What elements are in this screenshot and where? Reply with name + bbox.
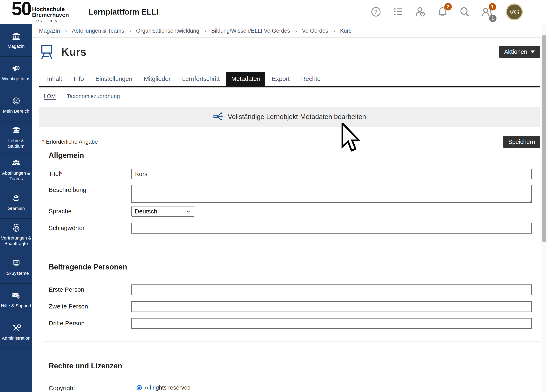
zweite-person-input[interactable] (131, 301, 532, 312)
copyright-label: Copyright (49, 383, 131, 392)
titel-label: Titel* (49, 169, 131, 179)
vertical-scrollbar[interactable] (541, 24, 547, 392)
help-icon: ? (370, 6, 382, 18)
sidebar-label: Magazin (8, 44, 25, 49)
page-title-row: Kurs Aktionen (39, 43, 540, 60)
copyright-radio-option[interactable]: All rights reserved (131, 383, 191, 392)
education-icon (12, 126, 21, 136)
titel-input[interactable] (131, 169, 532, 179)
logo-number: 50 (12, 1, 31, 16)
header-icon-bar: ? (370, 3, 523, 20)
speichern-label: Speichern (508, 139, 535, 145)
globe-people-icon (12, 223, 21, 233)
tab-export[interactable]: Export (267, 72, 295, 86)
erste-person-input[interactable] (131, 284, 532, 295)
chevron-down-icon (531, 50, 535, 53)
chevron-down-icon (186, 209, 191, 214)
field-row-copyright: Copyright All rights reserved (39, 383, 540, 392)
tab-mitglieder[interactable]: Mitglieder (139, 72, 176, 86)
membership-requests-button[interactable] (414, 6, 426, 18)
tab-inhalt[interactable]: Inhalt (42, 72, 67, 86)
titel-label-text: Titel (49, 170, 60, 177)
contacts-badge-top: 1 (489, 3, 496, 10)
app-window: 50 Hochschule Bremerhaven 1975 - 2025 Le… (0, 0, 547, 392)
help-button[interactable]: ? (370, 6, 382, 18)
sprache-select[interactable]: Deutsch (131, 206, 194, 217)
breadcrumb-abteilungen-teams[interactable]: Abteilungen & Teams (72, 28, 124, 34)
sidebar-label: Abteilungen & Teams (1, 170, 31, 182)
required-star: * (42, 139, 45, 145)
contacts-button[interactable]: 1 1 (481, 6, 493, 18)
tab-metadaten[interactable]: Metadaten (226, 72, 265, 86)
chevron-right-icon: › (333, 27, 335, 34)
sprache-selected-value: Deutsch (135, 208, 157, 215)
team-icon (12, 158, 21, 169)
required-hint: * Erforderliche Angabe (42, 139, 98, 145)
user-avatar[interactable]: VG (506, 3, 523, 20)
beschreibung-label: Beschreibung (49, 185, 131, 203)
app-title: Lernplattform ELLI (89, 7, 158, 16)
notifications-button[interactable]: 2 (437, 6, 448, 18)
sidebar-item-hilfe-support[interactable]: ? Hilfe & Support (0, 284, 32, 316)
megaphone-icon (12, 64, 21, 74)
logo-line2: Bremerhaven (32, 12, 69, 18)
subtab-lom[interactable]: LOM (44, 93, 56, 100)
field-row-sprache: Sprache Deutsch (39, 206, 540, 217)
sidebar-label: Gremien (7, 206, 25, 211)
sidebar-item-mein-bereich[interactable]: Mein Bereich (0, 89, 32, 122)
section-divider (42, 342, 540, 342)
required-hint-text: Erforderliche Angabe (46, 139, 98, 145)
breadcrumb-organisationsentwicklung[interactable]: Organisationsentwicklung (136, 28, 199, 34)
form-header-row: * Erforderliche Angabe Speichern (39, 136, 540, 148)
sidebar-item-gremien[interactable]: Gremien (0, 186, 32, 219)
tab-info[interactable]: Info (68, 72, 89, 86)
sidebar-item-abteilungen-teams[interactable]: Abteilungen & Teams (0, 154, 32, 186)
sidebar-label: Administration (2, 336, 30, 341)
tab-rechte[interactable]: Rechte (296, 72, 326, 86)
beschreibung-textarea[interactable] (131, 185, 532, 203)
course-easel-icon (39, 44, 55, 60)
sidebar-item-administration[interactable]: Administration (0, 316, 32, 349)
contacts-badge-bottom: 1 (489, 14, 497, 22)
tools-icon (12, 323, 21, 333)
dritte-person-input[interactable] (131, 318, 532, 329)
sidebar-item-hs-systeme[interactable]: *** HS-Systeme (0, 251, 32, 284)
titel-required-star: * (60, 170, 63, 177)
sidebar-item-magazin[interactable]: Magazin (0, 24, 32, 57)
chevron-right-icon: › (295, 27, 297, 34)
breadcrumb-bildung-wissen[interactable]: Bildung/Wissen/ELLI Ve Gerdes (211, 28, 290, 34)
sidebar-item-vertretungen-beauftragte[interactable]: Vertretungen & Beauftragte (0, 219, 32, 251)
field-row-zweite-person: Zweite Person (39, 301, 540, 312)
field-row-dritte-person: Dritte Person (39, 318, 540, 329)
scrollbar-thumb[interactable] (542, 35, 546, 242)
mail-help-icon: ? (12, 291, 21, 301)
search-button[interactable] (459, 6, 471, 18)
edit-full-metadata-banner[interactable]: Vollständige Lernobjekt-Metadaten bearbe… (39, 107, 540, 127)
tab-einstellungen[interactable]: Einstellungen (90, 72, 137, 86)
aktionen-button[interactable]: Aktionen (499, 46, 540, 58)
sidebar-label: HS-Systeme (3, 271, 29, 276)
schlagwoerter-input[interactable] (131, 223, 532, 234)
speichern-button[interactable]: Speichern (503, 136, 540, 148)
main-content: Magazin › Abteilungen & Teams › Organisa… (32, 24, 547, 392)
breadcrumb-magazin[interactable]: Magazin (39, 28, 60, 34)
metadata-tree-icon (213, 111, 223, 122)
sidebar-item-lehre-studium[interactable]: Lehre & Studium (0, 122, 32, 154)
tab-lernfortschritt[interactable]: Lernfortschritt (177, 72, 225, 86)
chevron-right-icon: › (129, 27, 131, 34)
field-row-beschreibung: Beschreibung (39, 185, 540, 203)
hochschule-bremerhaven-logo[interactable]: 50 Hochschule Bremerhaven 1975 - 2025 (12, 1, 69, 23)
smiley-icon (12, 96, 21, 107)
field-row-titel: Titel* (39, 169, 540, 179)
sidebar-item-wichtige-infos[interactable]: Wichtige Infos (0, 57, 32, 89)
svg-text:?: ? (374, 8, 378, 15)
todo-list-button[interactable] (392, 6, 404, 18)
main-sidebar: Magazin Wichtige Infos (0, 24, 32, 392)
sprache-label: Sprache (49, 206, 131, 217)
subtab-taxonomiezuordnung[interactable]: Taxonomiezuordnung (67, 93, 120, 100)
breadcrumb-kurs[interactable]: Kurs (340, 28, 352, 34)
svg-text:***: *** (14, 261, 18, 264)
section-heading-beitragende: Beitragende Personen (49, 263, 540, 271)
breadcrumb-ve-gerdes[interactable]: Ve Gerdes (302, 28, 328, 34)
dritte-person-label: Dritte Person (49, 318, 131, 329)
